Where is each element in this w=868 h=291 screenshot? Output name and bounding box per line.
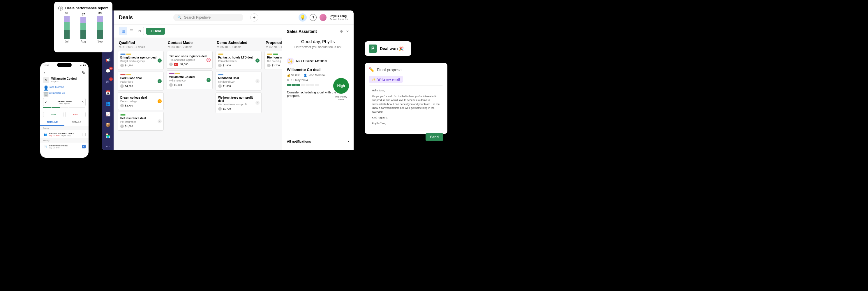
all-notifications-link[interactable]: All notifications ›	[287, 136, 349, 147]
avatar-icon	[120, 125, 124, 128]
plus-icon: +	[150, 29, 152, 33]
opportunity-badge: High	[333, 78, 349, 94]
chart-title: Deals performance report	[65, 6, 108, 10]
bar-category: Aug	[81, 40, 86, 43]
card-title: Tim and sons logistics deal	[169, 55, 210, 58]
person-icon: 👤	[43, 85, 46, 89]
card-title: Pet insurance deal	[120, 117, 161, 120]
list-view-button[interactable]: ☰	[127, 27, 135, 35]
column-meta: ⚖ $5,400 · 3 deals	[216, 45, 261, 51]
mobile-phone-mockup: 12:30 ▲ ▮ ▮ ← ✎ $ Willamette Co deal $1,…	[38, 61, 90, 159]
avatar-icon	[120, 104, 124, 107]
kanban-column: Qualified ⚖ $10,600 · 4 deals BringIt me…	[118, 37, 164, 146]
pipeline-stage-selector[interactable]: ‹ Contact Made Sales pipeline ›	[43, 98, 86, 106]
assist-deal-name[interactable]: Willamette Co deal	[287, 67, 349, 72]
card-price: $1,000	[125, 125, 133, 128]
status-indicator-icon: ‹	[207, 58, 211, 62]
insights-bulb-button[interactable]: 💡	[299, 13, 307, 22]
add-button[interactable]: +	[250, 13, 258, 22]
document-icon: 📄	[43, 144, 47, 149]
assistant-subtitle: Here's what you should focus on:	[287, 45, 349, 48]
card-title: Park Place deal	[120, 76, 161, 80]
back-icon[interactable]: ←	[43, 70, 47, 74]
status-indicator-icon: ›	[255, 59, 259, 63]
opportunity-meter-label: Opportunity Meter	[333, 95, 349, 101]
sidebar-item-contacts[interactable]: 👥	[104, 100, 112, 107]
bar-value: 39	[98, 12, 102, 15]
deal-card[interactable]: Fantastic hotels LTD deal Fantastic hote…	[216, 51, 261, 70]
avatar-icon	[218, 107, 222, 110]
avatar-icon	[169, 83, 173, 87]
forecast-view-button[interactable]: ↻	[135, 27, 144, 35]
card-org: Willamette Co	[169, 79, 210, 82]
settings-icon[interactable]: ⚙	[340, 29, 343, 33]
activity-row[interactable]: 👥 Present the mood board May 15, 2024 · …	[40, 130, 89, 138]
avatar-icon	[120, 85, 124, 88]
search-input[interactable]: 🔍 Search Pipedrive	[173, 14, 243, 21]
assistant-greeting: Good day, Phyllis	[287, 39, 349, 44]
close-icon[interactable]: ✕	[346, 29, 349, 33]
phone-signal-icons: ▲ ▮ ▮	[80, 64, 86, 67]
sidebar-item-marketplace[interactable]: 🏪	[104, 132, 112, 139]
help-button[interactable]: ?	[310, 14, 317, 21]
activity-checkbox[interactable]	[82, 145, 86, 149]
avatar-icon	[218, 85, 222, 88]
user-name: Phyllis Yang	[330, 14, 348, 18]
focus-section-label: Focus	[40, 126, 89, 130]
activity-row[interactable]: 📄 Email the contract May 12, 2024	[40, 142, 89, 151]
edit-icon[interactable]: ✎	[82, 70, 86, 74]
contact-row[interactable]: 👤 Jose Moreno	[40, 84, 89, 90]
write-my-email-button[interactable]: ✨ Write my email	[369, 76, 403, 83]
chart-bars: 39 Jul37 Aug39 Sep	[58, 14, 108, 43]
won-button[interactable]: Won	[43, 112, 63, 117]
sidebar-item-more[interactable]: ⋯	[104, 143, 112, 150]
chevron-right-icon: ›	[348, 140, 349, 143]
sidebar-item-insights[interactable]: 📈	[104, 110, 112, 118]
bar-category: Jul	[65, 40, 68, 43]
sidebar-item-chat[interactable]: 💬27	[104, 67, 112, 75]
card-price: $3,700	[125, 104, 133, 107]
deal-card[interactable]: Mindbend Deal Mindbend LLP $1,800 ›	[216, 72, 261, 91]
bar-value: 39	[65, 12, 68, 15]
email-body-textarea[interactable]: Hello Jose, I hope you're well. I'm thri…	[369, 86, 443, 130]
deal-card[interactable]: Dream college deal Dream college $3,700 …	[118, 92, 164, 110]
send-button[interactable]: Send	[426, 133, 443, 141]
deal-card[interactable]: Pet insurance deal Pet insurance $1,000 …	[118, 112, 164, 131]
lost-button[interactable]: Lost	[65, 112, 86, 117]
bar-value: 37	[82, 13, 85, 16]
card-price: $1,900	[223, 64, 231, 67]
deal-card[interactable]: Willamette Co deal Willamette Co $1,800 …	[166, 70, 213, 89]
dollar-icon: $	[58, 6, 63, 10]
card-price: $1,800	[223, 85, 231, 88]
wand-icon: ✨	[372, 77, 376, 81]
deal-card[interactable]: We heart trees non-profit deal We heart …	[216, 92, 261, 113]
sidebar-item-mail[interactable]: ✉1	[104, 78, 112, 86]
card-price: $1,800	[174, 84, 182, 87]
company-row[interactable]: 🏢 Willamette Co	[40, 90, 89, 96]
timeline-tab[interactable]: TIMELINE	[40, 119, 64, 126]
chevron-right-icon[interactable]: ›	[82, 99, 84, 105]
phone-deal-price: $1,800	[51, 80, 77, 83]
card-price: $2,300	[180, 63, 188, 66]
user-avatar[interactable]	[319, 14, 327, 21]
phone-time: 12:30	[43, 64, 49, 67]
details-tab[interactable]: DETAILS	[64, 119, 89, 126]
chevron-left-icon[interactable]: ‹	[45, 99, 46, 105]
deal-card[interactable]: Tim and sons logistics deal Tim and sons…	[166, 51, 213, 69]
deal-won-text: Deal won 🎉	[380, 46, 404, 51]
activity-checkbox[interactable]	[82, 133, 86, 136]
deal-card[interactable]: BringIt media agency deal BringIt media …	[118, 51, 164, 70]
building-icon: 🏢	[43, 91, 46, 95]
assistant-title: Sales Assistant	[287, 29, 317, 34]
card-org: Mindbend LLP	[218, 80, 259, 83]
card-title: Fantastic hotels LTD deal	[218, 56, 259, 59]
card-org: BringIt media agency	[120, 60, 161, 63]
kanban-view-button[interactable]: ▥	[119, 27, 127, 35]
email-subject[interactable]: Final proposal	[377, 67, 403, 72]
deal-card[interactable]: Park Place deal Park Place $4,500 ›	[118, 72, 164, 91]
add-deal-button[interactable]: +Deal	[146, 28, 165, 35]
sidebar-item-campaigns[interactable]: 📢	[104, 57, 112, 64]
nba-label: NEXT BEST ACTION	[296, 60, 327, 63]
sidebar-item-calendar[interactable]: 📅	[104, 89, 112, 96]
sidebar-item-products[interactable]: 📦	[104, 121, 112, 129]
